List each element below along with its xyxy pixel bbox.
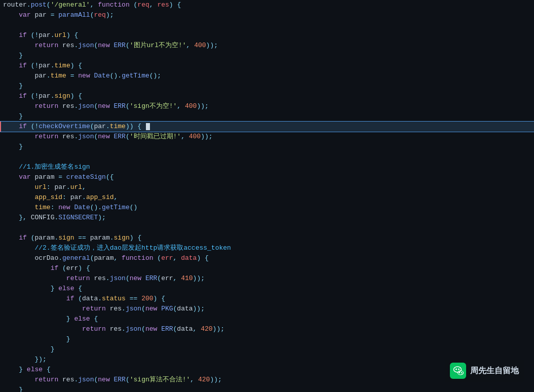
code-line-1: router.post('/general', function (req, r… (0, 0, 534, 10)
code-line-4: if (!par.url) { (0, 30, 534, 41)
code-editor: router.post('/general', function (req, r… (0, 0, 534, 392)
code-line-empty3 (0, 223, 534, 233)
code-line-8: par.time = new Date().getTime(); (0, 71, 534, 81)
code-line-5: return res.json(new ERR('图片url不为空!', 400… (0, 41, 534, 51)
code-line-17: //1.加密生成签名sign (0, 162, 534, 172)
watermark-label: 周先生自留地 (470, 366, 519, 376)
code-line-empty1 (0, 20, 534, 30)
code-line-13-highlighted: if (!checkOvertime(par.time)) { (0, 122, 534, 132)
code-line-9: } (0, 81, 534, 91)
svg-point-2 (454, 367, 462, 372)
code-line-2: var par = paramAll(req); (0, 10, 534, 20)
code-line-6: } (0, 51, 534, 61)
svg-point-3 (459, 372, 460, 373)
code-line-39: } (0, 385, 534, 392)
code-line-33: return res.json(new ERR(data, 420)); (0, 324, 534, 334)
code-line-18: var param = createSign({ (0, 172, 534, 182)
watermark-container: 周先生自留地 (445, 360, 524, 382)
code-line-20: app_sid: par.app_sid, (0, 192, 534, 203)
code-line-10: if (!par.sign) { (0, 91, 534, 101)
code-line-19: url: par.url, (0, 182, 534, 192)
svg-point-4 (461, 372, 462, 373)
code-line-15: } (0, 142, 534, 152)
code-line-30: if (data.status == 200) { (0, 294, 534, 304)
code-line-34: } (0, 334, 534, 344)
code-line-12: } (0, 111, 534, 122)
code-line-31: return res.json(new PKG(data)); (0, 304, 534, 314)
svg-point-1 (458, 369, 460, 370)
code-line-14: return res.json(new ERR('时间戳已过期!', 400))… (0, 132, 534, 142)
code-line-7: if (!par.time) { (0, 61, 534, 71)
code-line-26: ocrDao.general(param, function (err, dat… (0, 253, 534, 263)
code-line-21: time: new Date().getTime() (0, 203, 534, 213)
code-line-35: } (0, 344, 534, 355)
svg-point-0 (455, 369, 457, 370)
code-line-22: }, CONFIG.SIGNSECRET); (0, 213, 534, 223)
wechat-icon (450, 363, 466, 379)
code-line-32: } else { (0, 314, 534, 324)
code-line-empty2 (0, 152, 534, 162)
code-line-28: return res.json(new ERR(err, 410)); (0, 273, 534, 284)
code-line-25: //2.签名验证成功，进入dao层发起http请求获取access_token (0, 243, 534, 253)
code-line-11: return res.json(new ERR('sign不为空!', 400)… (0, 101, 534, 111)
code-line-29: } else { (0, 284, 534, 294)
code-line-24: if (param.sign == param.sign) { (0, 233, 534, 243)
code-line-27: if (err) { (0, 263, 534, 273)
